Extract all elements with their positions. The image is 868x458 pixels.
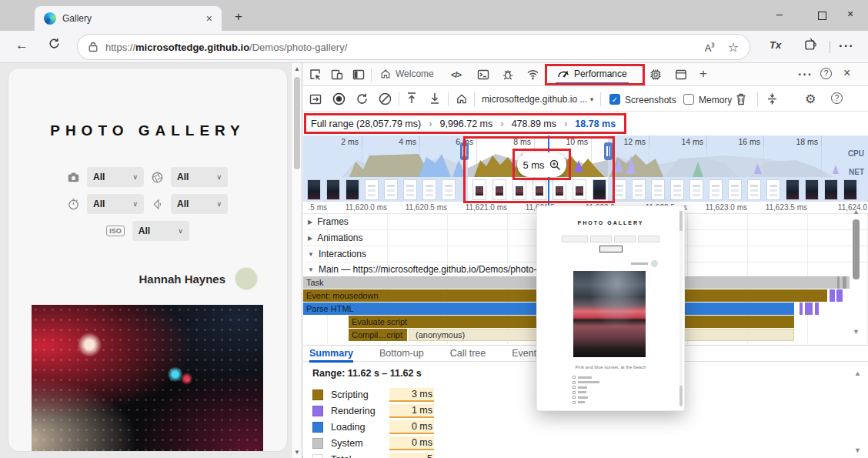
filmstrip-thumb[interactable] [593,179,606,200]
scrollbar-thumb[interactable] [294,77,300,169]
load-profile-icon[interactable] [406,92,417,105]
trash-icon[interactable] [736,93,746,105]
filmstrip-thumb[interactable] [843,179,857,200]
home-icon[interactable] [456,93,468,105]
filmstrip-thumb[interactable] [384,179,398,200]
filmstrip-thumb[interactable] [442,179,456,200]
flame-rendering-block[interactable] [830,289,835,302]
camera-filter-select[interactable]: All∨ [87,167,144,187]
aperture-filter-select[interactable]: All∨ [171,167,228,187]
breadcrumb-level-1[interactable]: 9,996.72 ms [439,119,492,129]
network-conditions-icon[interactable] [526,69,539,80]
help-icon[interactable]: ? [831,92,843,104]
filmstrip-thumb[interactable] [326,179,340,200]
window-minimize-button[interactable]: – [768,8,791,20]
filmstrip-thumb[interactable] [689,179,703,200]
tab-performance[interactable]: Performance [557,69,627,79]
filmstrip-thumb[interactable] [472,179,486,200]
filmstrip-thumb[interactable] [365,179,379,200]
flame-compile-script[interactable]: Compil…cript [349,329,407,341]
more-tabs-icon[interactable]: + [699,66,707,82]
scroll-up-icon[interactable]: ▲ [294,65,300,72]
scroll-up-icon[interactable]: ▲ [854,369,861,377]
filmstrip-thumb[interactable] [824,179,838,200]
flame-rendering-block[interactable] [815,303,819,315]
application-panel-icon[interactable] [675,69,687,81]
help-icon[interactable]: ? [820,68,832,79]
filmstrip-thumb[interactable] [307,179,321,200]
filmstrip-thumb[interactable] [728,179,742,200]
scrollbar-thumb[interactable] [853,219,860,279]
record-reload-button[interactable] [356,92,369,105]
filmstrip-thumb[interactable] [573,179,586,200]
filmstrip-thumb[interactable] [532,179,546,200]
dock-side-icon[interactable] [352,69,365,81]
screenshots-checkbox[interactable]: ✓ [609,94,620,105]
scroll-down-icon[interactable]: ▼ [294,449,300,456]
capture-settings-gear-icon[interactable]: ⚙ [805,92,816,106]
clear-button[interactable] [379,92,392,105]
sources-icon[interactable]: </> [451,70,461,79]
breadcrumb-full-range[interactable]: Full range (28,057.79 ms) [311,119,421,129]
device-emulation-icon[interactable] [331,69,343,81]
devtools-close-icon[interactable]: × [843,66,850,80]
breadcrumb-level-2[interactable]: 478.89 ms [512,119,556,129]
save-profile-icon[interactable] [429,92,440,105]
favorite-star-icon[interactable]: ☆ [728,40,739,55]
scroll-down-icon[interactable]: ▼ [853,328,860,336]
browser-tab-gallery[interactable]: Gallery × [35,6,222,31]
filmstrip-thumb[interactable] [651,179,665,200]
timeline-overview[interactable]: 2 ms 4 ms 6 ms 8 ms 10 ms 12 ms 14 ms 16… [303,135,868,179]
filmstrip-thumb[interactable] [346,179,359,200]
scroll-down-icon[interactable]: ▼ [854,446,861,454]
memory-chip-icon[interactable] [649,69,662,81]
collapse-panel-icon[interactable] [766,92,778,105]
extensions-icon[interactable] [804,38,817,51]
gallery-photo[interactable] [32,305,263,452]
record-button[interactable] [332,92,346,105]
filmstrip-thumb[interactable] [422,179,436,200]
filmstrip-thumb[interactable] [786,179,800,200]
filmstrip-thumb[interactable] [403,179,417,200]
back-button[interactable]: ← [15,38,28,53]
memory-checkbox[interactable] [683,94,694,105]
breadcrumb-current[interactable]: 18.78 ms [575,119,616,129]
translate-icon[interactable]: Tx [770,39,781,51]
new-tab-button[interactable]: + [235,9,242,25]
iso-filter-select[interactable]: All∨ [132,221,189,241]
filmstrip-thumb[interactable] [632,179,646,200]
filmstrip-thumb[interactable] [747,179,761,200]
filmstrip-thumb[interactable] [553,179,566,200]
filmstrip-thumb[interactable] [613,179,626,200]
flash-filter-select[interactable]: All∨ [171,194,228,214]
filmstrip-thumb[interactable] [766,179,780,200]
window-maximize-button[interactable] [818,12,826,20]
flame-rendering-block[interactable] [836,289,843,302]
address-bar[interactable]: https://microsoftedge.github.io/Demos/ph… [77,34,750,60]
origin-select[interactable]: microsoftedge.github.io ... ▾ [482,94,593,105]
tab-welcome[interactable]: Welcome [380,69,434,79]
page-scrollbar[interactable]: ▲ ▼ [291,63,302,458]
tab-call-tree[interactable]: Call tree [450,348,486,359]
flame-rendering-block[interactable] [805,303,813,315]
toggle-sidebar-icon[interactable] [309,93,322,105]
devtools-menu-icon[interactable]: ··· [798,68,813,82]
filmstrip-thumb[interactable] [805,179,819,200]
avatar[interactable] [235,267,258,290]
filmstrip-thumb[interactable] [492,179,506,200]
filmstrip-thumb[interactable] [512,179,526,200]
inspect-icon[interactable] [309,69,322,81]
tab-bottom-up[interactable]: Bottom-up [379,348,424,359]
scroll-up-icon[interactable]: ▲ [853,208,860,216]
tab-close-icon[interactable]: × [206,12,212,25]
tab-summary[interactable]: Summary [309,348,353,359]
filmstrip-thumb[interactable] [670,179,684,200]
debugger-bug-icon[interactable] [502,69,514,81]
filmstrip-thumb[interactable] [709,179,723,200]
read-aloud-icon[interactable]: A)) [705,41,714,54]
refresh-button[interactable] [48,37,61,50]
selection-handle-left[interactable] [460,142,469,160]
console-icon[interactable] [477,69,489,81]
window-close-button[interactable]: × [839,8,862,20]
shutter-filter-select[interactable]: All∨ [87,194,144,214]
